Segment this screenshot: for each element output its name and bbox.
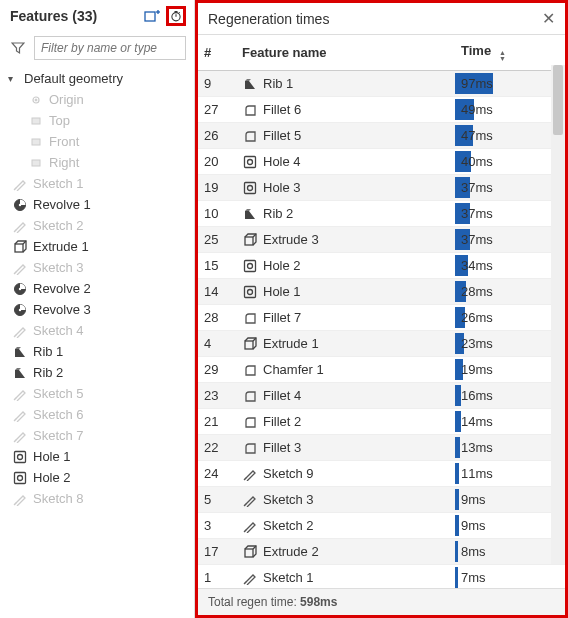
table-row[interactable]: 10 Rib 2 37ms (198, 201, 565, 227)
extrude-icon (12, 239, 27, 254)
table-row[interactable]: 15 Hole 2 34ms (198, 253, 565, 279)
regen-times-icon[interactable] (166, 6, 186, 26)
tree-feature[interactable]: Revolve 2 (0, 278, 194, 299)
tree-feature[interactable]: Sketch 8 (0, 488, 194, 509)
svg-rect-11 (32, 160, 40, 166)
tree-feature[interactable]: Revolve 3 (0, 299, 194, 320)
fillet-icon (242, 414, 257, 429)
table-row[interactable]: 22 Fillet 3 13ms (198, 435, 565, 461)
cell-time: 37ms (455, 175, 565, 201)
cell-name: Chamfer 1 (236, 357, 455, 383)
revolve-icon (12, 281, 27, 296)
table-row[interactable]: 24 Sketch 9 11ms (198, 461, 565, 487)
cell-index: 24 (198, 461, 236, 487)
svg-point-14 (18, 203, 20, 205)
svg-line-24 (14, 398, 16, 400)
cell-index: 29 (198, 357, 236, 383)
tree-feature[interactable]: Rib 1 (0, 341, 194, 362)
filter-icon[interactable] (8, 38, 28, 58)
tree-feature[interactable]: Sketch 4 (0, 320, 194, 341)
plane-icon (28, 155, 43, 170)
tree-group[interactable]: ▾ Default geometry (0, 68, 194, 89)
table-row[interactable]: 3 Sketch 2 9ms (198, 513, 565, 539)
regen-times-dialog: Regeneration times ✕ # Feature name Time… (195, 0, 568, 618)
tree-child[interactable]: Origin (0, 89, 194, 110)
tree-feature[interactable]: Revolve 1 (0, 194, 194, 215)
table-row[interactable]: 9 Rib 1 97ms (198, 71, 565, 97)
table-row[interactable]: 21 Fillet 2 14ms (198, 409, 565, 435)
tree-feature-label: Sketch 7 (33, 428, 186, 443)
col-index[interactable]: # (198, 35, 236, 71)
plane-icon (28, 113, 43, 128)
svg-point-22 (18, 308, 20, 310)
cell-index: 4 (198, 331, 236, 357)
cell-name: Fillet 3 (236, 435, 455, 461)
tree-feature-label: Sketch 4 (33, 323, 186, 338)
cell-name: Fillet 2 (236, 409, 455, 435)
sketch-icon (12, 176, 27, 191)
svg-rect-47 (245, 549, 253, 557)
tree-feature[interactable]: Hole 2 (0, 467, 194, 488)
cell-time: 19ms (455, 357, 565, 383)
tree-feature-label: Extrude 1 (33, 239, 186, 254)
tree-child[interactable]: Right (0, 152, 194, 173)
tree-feature[interactable]: Sketch 1 (0, 173, 194, 194)
table-row[interactable]: 17 Extrude 2 8ms (198, 539, 565, 565)
tree-feature[interactable]: Rib 2 (0, 362, 194, 383)
table-row[interactable]: 5 Sketch 3 9ms (198, 487, 565, 513)
table-row[interactable]: 27 Fillet 6 49ms (198, 97, 565, 123)
tree-feature[interactable]: Hole 1 (0, 446, 194, 467)
cell-name: Fillet 7 (236, 305, 455, 331)
cell-time: 9ms (455, 487, 565, 513)
tree-feature-label: Rib 2 (33, 365, 186, 380)
extrude-icon (242, 336, 257, 351)
add-feature-icon[interactable] (142, 6, 162, 26)
cell-time: 7ms (455, 565, 565, 590)
svg-rect-10 (32, 139, 40, 145)
svg-line-23 (14, 335, 16, 337)
tree-feature[interactable]: Sketch 7 (0, 425, 194, 446)
svg-rect-38 (244, 260, 255, 271)
tree-feature[interactable]: Extrude 1 (0, 236, 194, 257)
table-row[interactable]: 26 Fillet 5 47ms (198, 123, 565, 149)
tree-child[interactable]: Front (0, 131, 194, 152)
table-row[interactable]: 19 Hole 3 37ms (198, 175, 565, 201)
tree-child-label: Origin (49, 92, 186, 107)
table-row[interactable]: 23 Fillet 4 16ms (198, 383, 565, 409)
tree-feature[interactable]: Sketch 2 (0, 215, 194, 236)
tree-feature[interactable]: Sketch 5 (0, 383, 194, 404)
svg-rect-9 (32, 118, 40, 124)
cell-time: 13ms (455, 435, 565, 461)
tree-feature[interactable]: Sketch 3 (0, 257, 194, 278)
fillet-icon (242, 310, 257, 325)
svg-line-31 (14, 503, 16, 505)
sketch-icon (242, 518, 257, 533)
sketch-icon (12, 428, 27, 443)
tree-feature-label: Revolve 1 (33, 197, 186, 212)
svg-point-8 (35, 99, 37, 101)
col-time[interactable]: Time▲▼ (455, 35, 565, 71)
table-row[interactable]: 20 Hole 4 40ms (198, 149, 565, 175)
cell-time: 26ms (455, 305, 565, 331)
tree-feature-label: Sketch 6 (33, 407, 186, 422)
tree-feature[interactable]: Sketch 6 (0, 404, 194, 425)
table-row[interactable]: 14 Hole 1 28ms (198, 279, 565, 305)
regen-table: # Feature name Time▲▼ 9 Rib 1 97ms 27 Fi… (198, 35, 565, 589)
filter-input[interactable] (34, 36, 186, 60)
close-icon[interactable]: ✕ (542, 9, 555, 28)
table-row[interactable]: 25 Extrude 3 37ms (198, 227, 565, 253)
table-row[interactable]: 28 Fillet 7 26ms (198, 305, 565, 331)
table-row[interactable]: 4 Extrude 1 23ms (198, 331, 565, 357)
table-row[interactable]: 29 Chamfer 1 19ms (198, 357, 565, 383)
sort-icon: ▲▼ (499, 50, 506, 62)
rib-icon (242, 206, 257, 221)
svg-line-25 (14, 419, 16, 421)
col-feature-name[interactable]: Feature name (236, 35, 455, 71)
cell-name: Sketch 1 (236, 565, 455, 590)
vertical-scrollbar[interactable] (551, 65, 565, 564)
cell-index: 5 (198, 487, 236, 513)
plane-icon (28, 134, 43, 149)
table-row[interactable]: 1 Sketch 1 7ms (198, 565, 565, 590)
svg-rect-36 (245, 237, 253, 245)
tree-child[interactable]: Top (0, 110, 194, 131)
